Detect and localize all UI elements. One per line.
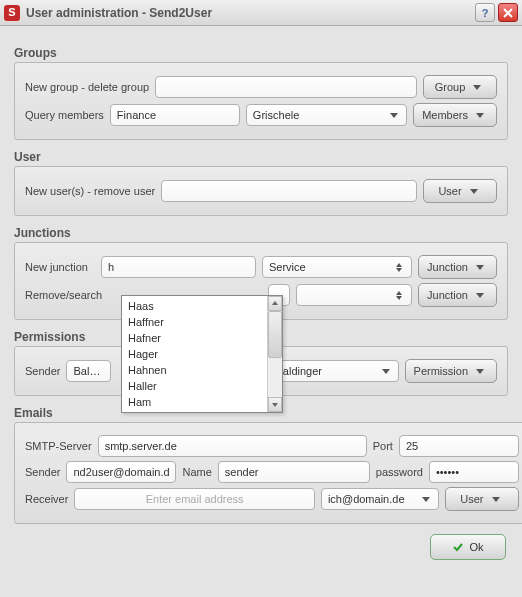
groups-heading: Groups xyxy=(14,46,508,60)
name-input[interactable] xyxy=(218,461,370,483)
receiver-select[interactable]: ich@domain.de xyxy=(321,488,439,510)
user-heading: User xyxy=(14,150,508,164)
email-sender-input[interactable] xyxy=(66,461,176,483)
ok-button[interactable]: Ok xyxy=(430,534,506,560)
check-icon xyxy=(452,541,464,553)
junctions-heading: Junctions xyxy=(14,226,508,240)
autocomplete-item[interactable]: Hafner xyxy=(122,330,267,346)
group-button[interactable]: Group xyxy=(423,75,497,99)
perm-sender-select[interactable]: Baldinger xyxy=(66,360,111,382)
junction-button-2[interactable]: Junction xyxy=(418,283,497,307)
autocomplete-item[interactable]: Haller xyxy=(122,378,267,394)
chevron-down-icon xyxy=(488,491,504,507)
smtp-input[interactable] xyxy=(98,435,367,457)
remove-select[interactable] xyxy=(296,284,412,306)
port-input[interactable] xyxy=(399,435,519,457)
chevron-down-icon xyxy=(472,259,488,275)
permission-button[interactable]: Permission xyxy=(405,359,497,383)
autocomplete-item[interactable]: Haas xyxy=(122,298,267,314)
chevron-down-icon xyxy=(472,287,488,303)
chevron-down-icon xyxy=(378,363,394,379)
new-junction-input[interactable] xyxy=(101,256,256,278)
spin-icon xyxy=(391,259,407,275)
chevron-down-icon xyxy=(469,79,485,95)
autocomplete-dropdown: Haas Haffner Hafner Hager Hahnen Haller … xyxy=(121,295,283,413)
chevron-down-icon xyxy=(466,183,482,199)
chevron-down-icon xyxy=(472,363,488,379)
remove-search-label: Remove/search xyxy=(25,289,103,301)
new-junction-label: New junction xyxy=(25,261,95,273)
app-icon: S xyxy=(4,5,20,21)
scroll-track[interactable] xyxy=(268,311,282,397)
window-title: User administration - Send2User xyxy=(26,6,472,20)
new-user-input[interactable] xyxy=(161,180,417,202)
email-user-button[interactable]: User xyxy=(445,487,519,511)
receiver-label: Receiver xyxy=(25,493,68,505)
help-button[interactable]: ? xyxy=(475,3,495,22)
junction-button[interactable]: Junction xyxy=(418,255,497,279)
spin-icon xyxy=(391,287,407,303)
groups-panel: New group - delete group Group Query mem… xyxy=(14,62,508,140)
password-input[interactable] xyxy=(429,461,519,483)
user-button[interactable]: User xyxy=(423,179,497,203)
scroll-up-icon[interactable] xyxy=(268,296,282,311)
scroll-down-icon[interactable] xyxy=(268,397,282,412)
password-label: password xyxy=(376,466,423,478)
perm-sender-label: Sender xyxy=(25,365,60,377)
receiver-input[interactable] xyxy=(74,488,315,510)
query-members-label: Query members xyxy=(25,109,104,121)
autocomplete-item[interactable]: Haffner xyxy=(122,314,267,330)
name-label: Name xyxy=(182,466,211,478)
smtp-label: SMTP-Server xyxy=(25,440,92,452)
autocomplete-item[interactable]: Ham xyxy=(122,394,267,410)
members-button[interactable]: Members xyxy=(413,103,497,127)
chevron-down-icon xyxy=(386,107,402,123)
svg-text:S: S xyxy=(8,7,15,18)
new-group-label: New group - delete group xyxy=(25,81,149,93)
chevron-down-icon xyxy=(418,491,434,507)
close-button[interactable] xyxy=(498,3,518,22)
autocomplete-item[interactable]: Hahnen xyxy=(122,362,267,378)
title-bar: S User administration - Send2User ? xyxy=(0,0,522,26)
query-members-input[interactable] xyxy=(110,104,240,126)
chevron-down-icon xyxy=(472,107,488,123)
new-group-input[interactable] xyxy=(155,76,417,98)
autocomplete-item[interactable]: Hager xyxy=(122,346,267,362)
user-panel: New user(s) - remove user User xyxy=(14,166,508,216)
perm-receiver-select[interactable]: Baldinger xyxy=(268,360,398,382)
scroll-thumb[interactable] xyxy=(268,311,282,358)
emails-panel: SMTP-Server Port Sender Name password Re… xyxy=(14,422,522,524)
service-select[interactable]: Service xyxy=(262,256,412,278)
autocomplete-list: Haas Haffner Hafner Hager Hahnen Haller … xyxy=(122,296,267,412)
port-label: Port xyxy=(373,440,393,452)
scrollbar[interactable] xyxy=(267,296,282,412)
member-select[interactable]: Grischele xyxy=(246,104,407,126)
new-user-label: New user(s) - remove user xyxy=(25,185,155,197)
email-sender-label: Sender xyxy=(25,466,60,478)
svg-text:?: ? xyxy=(482,7,489,19)
